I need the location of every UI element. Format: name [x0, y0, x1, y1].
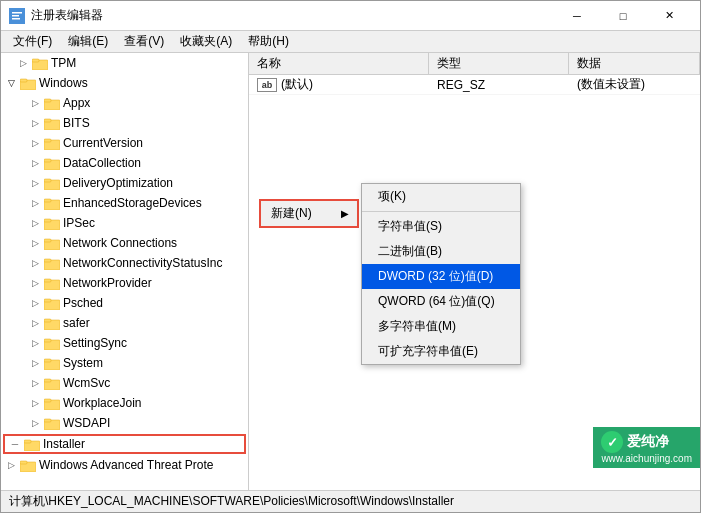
expand-icon[interactable]: ▷ [29, 417, 41, 429]
folder-icon [20, 458, 36, 472]
svg-rect-31 [44, 319, 51, 322]
tree-item-workplacejoin[interactable]: ▷ WorkplaceJoin [1, 393, 248, 413]
menu-file[interactable]: 文件(F) [5, 31, 60, 52]
app-icon [9, 8, 25, 24]
menu-view[interactable]: 查看(V) [116, 31, 172, 52]
expand-icon[interactable]: ▷ [29, 317, 41, 329]
expand-icon[interactable]: ▷ [29, 217, 41, 229]
tree-item-psched[interactable]: ▷ Psched [1, 293, 248, 313]
submenu: 项(K) 字符串值(S) 二进制值(B) DWORD (32 位)值(D) QW… [361, 183, 521, 365]
expand-icon[interactable]: ▷ [29, 137, 41, 149]
expand-icon[interactable]: ▷ [29, 117, 41, 129]
table-row[interactable]: ab (默认) REG_SZ (数值未设置) [249, 75, 700, 95]
menu-bar: 文件(F) 编辑(E) 查看(V) 收藏夹(A) 帮助(H) [1, 31, 700, 53]
tree-item-networkconnectivitystatusinc[interactable]: ▷ NetworkConnectivityStatusInc [1, 253, 248, 273]
status-path: 计算机\HKEY_LOCAL_MACHINE\SOFTWARE\Policies… [9, 493, 454, 510]
folder-icon [24, 437, 40, 451]
expand-icon[interactable]: ▷ [29, 97, 41, 109]
tree-item-ipsec[interactable]: ▷ IPSec [1, 213, 248, 233]
tree-item-windows[interactable]: ▽ Windows [1, 73, 248, 93]
expand-icon[interactable]: ▷ [29, 277, 41, 289]
folder-icon [44, 276, 60, 290]
tree-label: IPSec [63, 216, 95, 230]
submenu-divider [362, 211, 520, 212]
tree-label: SettingSync [63, 336, 127, 350]
expand-icon[interactable]: ▷ [29, 157, 41, 169]
svg-rect-23 [44, 239, 51, 242]
tree-label: WorkplaceJoin [63, 396, 141, 410]
maximize-button[interactable]: □ [600, 1, 646, 31]
menu-help[interactable]: 帮助(H) [240, 31, 297, 52]
svg-rect-39 [44, 399, 51, 402]
folder-icon [44, 236, 60, 250]
submenu-item-qword[interactable]: QWORD (64 位)值(Q) [362, 289, 520, 314]
tree-item-networkprovider[interactable]: ▷ NetworkProvider [1, 273, 248, 293]
tree-item-enhancedstoragedevices[interactable]: ▷ EnhancedStorageDevices [1, 193, 248, 213]
tree-item-windowsadvancedthreatprote[interactable]: ▷ Windows Advanced Threat Prote [1, 455, 248, 475]
folder-icon [44, 316, 60, 330]
col-header-data: 数据 [569, 53, 700, 74]
context-menu: 新建(N) ▶ [259, 199, 359, 228]
svg-rect-45 [20, 461, 27, 464]
tree-item-appx[interactable]: ▷ Appx [1, 93, 248, 113]
tree-label: Windows Advanced Threat Prote [39, 458, 214, 472]
expand-icon[interactable]: ▷ [29, 177, 41, 189]
cell-data: (数值未设置) [569, 75, 700, 94]
new-button-label: 新建(N) [271, 205, 312, 222]
expand-icon[interactable]: ▷ [29, 237, 41, 249]
expand-icon[interactable]: ▷ [17, 57, 29, 69]
submenu-item-dword[interactable]: DWORD (32 位)值(D) [362, 264, 520, 289]
tree-item-settingsync[interactable]: ▷ SettingSync [1, 333, 248, 353]
expand-icon[interactable]: ▷ [29, 337, 41, 349]
folder-icon [44, 116, 60, 130]
col-header-type: 类型 [429, 53, 569, 74]
tree-item-wsdapi[interactable]: ▷ WSDAPI [1, 413, 248, 433]
menu-edit[interactable]: 编辑(E) [60, 31, 116, 52]
expand-icon[interactable]: ▽ [5, 77, 17, 89]
submenu-item-multistring[interactable]: 多字符串值(M) [362, 314, 520, 339]
reg-sz-icon: ab [257, 78, 277, 92]
menu-favorites[interactable]: 收藏夹(A) [172, 31, 240, 52]
tree-label: EnhancedStorageDevices [63, 196, 202, 210]
tree-item-safer[interactable]: ▷ safer [1, 313, 248, 333]
svg-rect-35 [44, 359, 51, 362]
tree-item-networkconnections[interactable]: ▷ Network Connections [1, 233, 248, 253]
tree-label: NetworkProvider [63, 276, 152, 290]
tree-item-bits[interactable]: ▷ BITS [1, 113, 248, 133]
submenu-item-string[interactable]: 字符串值(S) [362, 214, 520, 239]
expand-icon[interactable]: ▷ [29, 197, 41, 209]
tree-item-wcmsvc[interactable]: ▷ WcmSvc [1, 373, 248, 393]
tree-item-tpm[interactable]: ▷ TPM [1, 53, 248, 73]
registry-editor-window: 注册表编辑器 ─ □ ✕ 文件(F) 编辑(E) 查看(V) 收藏夹(A) 帮助… [0, 0, 701, 513]
tree-label: NetworkConnectivityStatusInc [63, 256, 222, 270]
tree-label: WcmSvc [63, 376, 110, 390]
close-button[interactable]: ✕ [646, 1, 692, 31]
folder-icon [44, 176, 60, 190]
submenu-item-key[interactable]: 项(K) [362, 184, 520, 209]
tree-item-system[interactable]: ▷ System [1, 353, 248, 373]
folder-icon [44, 136, 60, 150]
tree-panel[interactable]: ▷ TPM ▽ Windows ▷ Appx [1, 53, 249, 490]
tree-item-installer[interactable]: ─ Installer [3, 434, 246, 454]
svg-rect-5 [32, 59, 39, 62]
new-button[interactable]: 新建(N) ▶ [259, 199, 359, 228]
tree-label: Installer [43, 437, 85, 451]
expand-icon[interactable]: ▷ [29, 357, 41, 369]
expand-icon[interactable]: ▷ [29, 397, 41, 409]
expand-icon[interactable]: ▷ [29, 257, 41, 269]
minimize-button[interactable]: ─ [554, 1, 600, 31]
expand-icon[interactable]: ▷ [29, 377, 41, 389]
svg-rect-29 [44, 299, 51, 302]
svg-rect-17 [44, 179, 51, 182]
tree-item-datacollection[interactable]: ▷ DataCollection [1, 153, 248, 173]
tree-item-deliveryoptimization[interactable]: ▷ DeliveryOptimization [1, 173, 248, 193]
submenu-item-binary[interactable]: 二进制值(B) [362, 239, 520, 264]
expand-icon[interactable]: ▷ [5, 459, 17, 471]
tree-item-currentversion[interactable]: ▷ CurrentVersion [1, 133, 248, 153]
expand-icon[interactable]: ─ [9, 438, 21, 450]
column-headers: 名称 类型 数据 [249, 53, 700, 75]
folder-icon [44, 336, 60, 350]
svg-rect-27 [44, 279, 51, 282]
expand-icon[interactable]: ▷ [29, 297, 41, 309]
submenu-item-expandstring[interactable]: 可扩充字符串值(E) [362, 339, 520, 364]
